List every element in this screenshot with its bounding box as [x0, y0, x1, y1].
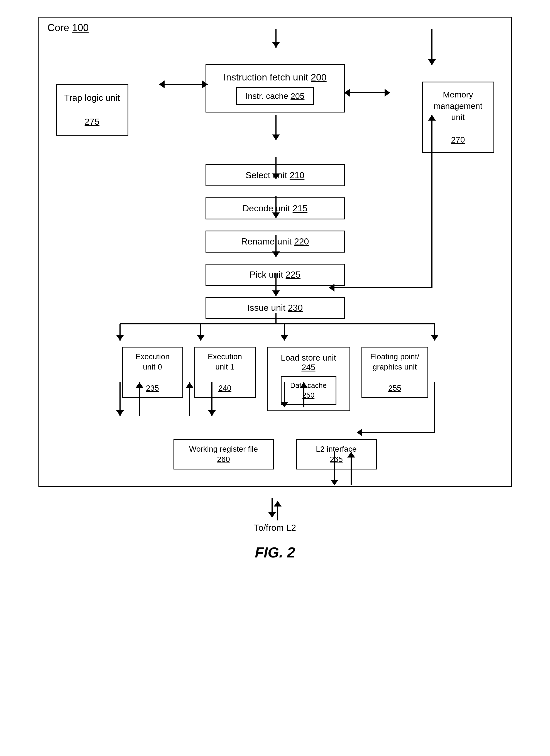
exec1-block: Execution unit 1 240 [194, 347, 256, 398]
trap-block: Trap logic unit 275 [56, 84, 128, 136]
rename-block: Rename unit 220 [206, 231, 345, 253]
svg-marker-50 [331, 480, 338, 485]
ifu-block: Instruction fetch unit 200 Instr. cache … [206, 45, 345, 112]
decode-block: Decode unit 215 [206, 197, 345, 219]
svg-marker-29 [431, 335, 439, 341]
mmu-unit: Memory management unit 270 [422, 82, 494, 153]
reg-l2-row: Working register file 260 L2 interface 2… [56, 439, 494, 470]
loadstore-unit: Load store unit 245 Data cache 250 [267, 347, 350, 411]
ifu-title: Instruction fetch unit 200 [223, 72, 326, 83]
l2-interface-block: L2 interface 265 [296, 439, 377, 470]
l2-interface-unit: L2 interface 265 [296, 439, 377, 470]
reg-file-unit: Working register file 260 [173, 439, 274, 470]
rename-unit: Rename unit 220 [206, 231, 345, 253]
fp-unit: Floating point/ graphics unit 255 [361, 347, 428, 398]
fp-block: Floating point/ graphics unit 255 [361, 347, 428, 398]
svg-marker-44 [357, 429, 362, 436]
core-box: Core 100 [38, 17, 512, 487]
svg-marker-56 [274, 501, 282, 507]
loadstore-block: Load store unit 245 Data cache 250 [267, 347, 350, 411]
ifu-outer: Instruction fetch unit 200 Instr. cache … [206, 64, 345, 112]
exec0-unit: Execution unit 0 235 [122, 347, 183, 398]
pick-unit: Pick unit 225 [206, 264, 345, 286]
execution-row: Execution unit 0 235 Execution unit 1 24… [56, 347, 494, 411]
tofrom-arrows [267, 498, 283, 520]
tofrom-l2-section: To/from L2 [254, 498, 296, 533]
issue-block: Issue unit 230 [206, 297, 345, 319]
reg-file-block: Working register file 260 [173, 439, 274, 470]
fig-label: FIG. 2 [255, 544, 295, 561]
mmu-block: Memory management unit 270 [422, 82, 494, 153]
issue-unit: Issue unit 230 [206, 297, 345, 319]
svg-marker-54 [268, 512, 276, 518]
decode-unit: Decode unit 215 [206, 197, 345, 219]
instr-cache-box: Instr. cache 205 [236, 87, 314, 105]
svg-marker-25 [197, 335, 205, 341]
exec0-block: Execution unit 0 235 [122, 347, 183, 398]
svg-marker-27 [280, 335, 288, 341]
page-container: Core 100 [25, 17, 526, 561]
svg-marker-19 [272, 290, 280, 296]
exec1-unit: Execution unit 1 240 [194, 347, 256, 398]
tofrom-l2-label: To/from L2 [254, 523, 296, 533]
select-unit: Select unit 210 [206, 164, 345, 186]
svg-marker-23 [116, 335, 124, 341]
select-block: Select unit 210 [206, 164, 345, 186]
data-cache-unit: Data cache 250 [281, 376, 336, 405]
top-section: Trap logic unit 275 Instruction fetch un… [56, 45, 494, 153]
tofrom-arrow-svg [267, 498, 283, 520]
loadstore-title: Load store unit 245 [273, 353, 344, 372]
diagram: Trap logic unit 275 Instruction fetch un… [56, 29, 494, 469]
trap-unit: Trap logic unit 275 [56, 84, 128, 136]
pick-block: Pick unit 225 [206, 264, 345, 286]
